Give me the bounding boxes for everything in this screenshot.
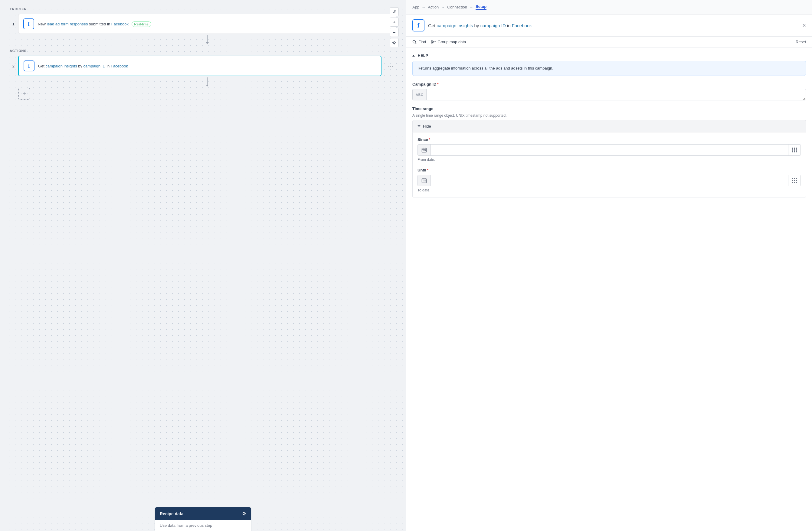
action-link-campaignid[interactable]: campaign ID [84, 64, 105, 68]
recipe-panel-adjust-button[interactable]: ⚙ [242, 511, 246, 516]
dot [796, 148, 797, 149]
dot [794, 180, 795, 181]
time-range-collapse-header[interactable]: Hide [412, 120, 806, 132]
panel-toolbar: Find Group map data Reset [406, 36, 812, 47]
connector-arrowhead [206, 42, 209, 44]
since-input[interactable] [431, 145, 788, 156]
toolbar-left: Find Group map data [412, 40, 466, 44]
since-input-wrapper [418, 144, 801, 156]
until-hint: To date. [418, 188, 801, 192]
breadcrumb-app[interactable]: App [412, 5, 419, 9]
canvas-controls: ↺ + − [390, 7, 399, 47]
breadcrumb-connection[interactable]: Connection [447, 5, 467, 9]
dot [792, 148, 793, 149]
dot [796, 151, 797, 152]
search-icon [412, 40, 417, 44]
trigger-link-facebook[interactable]: Facebook [111, 22, 129, 26]
dot [792, 182, 793, 183]
refresh-button[interactable]: ↺ [390, 7, 399, 16]
header-link-insights[interactable]: campaign insights [437, 23, 473, 28]
dot [794, 151, 795, 152]
help-toggle-button[interactable]: HELP [412, 54, 428, 58]
step-2-row: 2 f Get campaign insights by campaign ID… [10, 56, 396, 76]
since-calendar-icon[interactable] [418, 145, 431, 156]
trigger-text-mid: submitted in [88, 22, 111, 26]
recipe-panel-description: Use data from a previous step [155, 520, 251, 531]
until-label: Until* [418, 168, 801, 172]
campaign-id-input-wrapper: ABC [412, 89, 806, 100]
svg-rect-8 [431, 42, 433, 43]
svg-rect-25 [423, 180, 423, 181]
time-range-label-text: Time range [412, 106, 433, 111]
breadcrumb-setup[interactable]: Setup [476, 4, 487, 10]
help-chevron-icon [412, 55, 415, 57]
find-button[interactable]: Find [412, 40, 426, 44]
header-link-facebook[interactable]: Facebook [512, 23, 532, 28]
action-text-mid: by [77, 64, 84, 68]
recipe-data-panel: Recipe data ⚙ Use data from a previous s… [155, 507, 251, 531]
facebook-icon-trigger: f [23, 18, 34, 29]
svg-rect-26 [424, 180, 425, 181]
facebook-icon-action: f [24, 60, 34, 71]
dot [794, 148, 795, 149]
dot [796, 180, 797, 181]
dot [796, 178, 797, 179]
connector-arrow-1 [18, 35, 396, 44]
header-title-mid: by [473, 23, 480, 28]
svg-rect-18 [423, 150, 423, 151]
fit-view-button[interactable] [390, 38, 399, 47]
reset-button[interactable]: Reset [796, 40, 806, 44]
trigger-link-form[interactable]: lead ad form responses [47, 22, 88, 26]
header-link-campaignid[interactable]: campaign ID [480, 23, 506, 28]
action-link-insights[interactable]: campaign insights [46, 64, 77, 68]
since-grid-icon[interactable] [788, 145, 800, 156]
step-1-row: 1 f New lead ad form responses submitted… [10, 14, 396, 34]
campaign-id-required: * [437, 82, 438, 87]
more-options-button[interactable]: ··· [385, 62, 396, 71]
svg-rect-27 [425, 180, 426, 181]
svg-point-5 [413, 40, 416, 43]
connector-arrowhead-2 [206, 85, 209, 87]
campaign-id-type-badge: ABC [413, 89, 426, 100]
until-input[interactable] [431, 175, 788, 186]
until-field-section: Until* [418, 168, 801, 192]
breadcrumb-nav: App → Action → Connection → Setup [406, 0, 812, 15]
close-button[interactable]: × [802, 22, 806, 29]
action-link-facebook[interactable]: Facebook [111, 64, 128, 68]
connector-line-2 [207, 77, 207, 85]
svg-rect-20 [425, 150, 426, 151]
svg-point-0 [393, 42, 395, 44]
trigger-label: TRIGGER [10, 7, 396, 11]
svg-rect-7 [431, 41, 433, 41]
action-card-text: Get campaign insights by campaign ID in … [38, 64, 376, 68]
until-label-text: Until [418, 168, 426, 172]
dot [796, 149, 797, 151]
campaign-id-label-text: Campaign ID [412, 82, 436, 87]
add-step-button[interactable]: + [18, 88, 30, 100]
help-text-box: Returns aggregate information across all… [412, 61, 806, 76]
actions-label: ACTIONS [10, 49, 396, 53]
until-calendar-icon[interactable] [418, 175, 431, 186]
trigger-card[interactable]: f New lead ad form responses submitted i… [18, 14, 396, 34]
help-text: Returns aggregate information across all… [418, 66, 553, 71]
action-text-end: in [105, 64, 111, 68]
help-toggle-label: HELP [418, 54, 428, 58]
action-card[interactable]: f Get campaign insights by campaign ID i… [18, 56, 381, 76]
grid-dots-until [792, 178, 797, 183]
dot [794, 149, 795, 151]
grid-dots-since [792, 148, 797, 152]
connector-line [207, 35, 207, 42]
collapse-chevron-icon [418, 125, 421, 127]
header-title-end: in [506, 23, 512, 28]
until-grid-icon[interactable] [788, 175, 800, 186]
zoom-in-button[interactable]: + [390, 17, 399, 27]
group-map-button[interactable]: Group map data [431, 40, 466, 44]
panel-content: HELP Returns aggregate information acros… [406, 47, 812, 531]
zoom-out-button[interactable]: − [390, 28, 399, 37]
recipe-panel-header: Recipe data ⚙ [155, 507, 251, 520]
campaign-id-input[interactable] [426, 89, 806, 100]
dot [792, 178, 793, 179]
since-required: * [429, 137, 430, 142]
since-label-text: Since [418, 137, 428, 142]
breadcrumb-action[interactable]: Action [428, 5, 439, 9]
